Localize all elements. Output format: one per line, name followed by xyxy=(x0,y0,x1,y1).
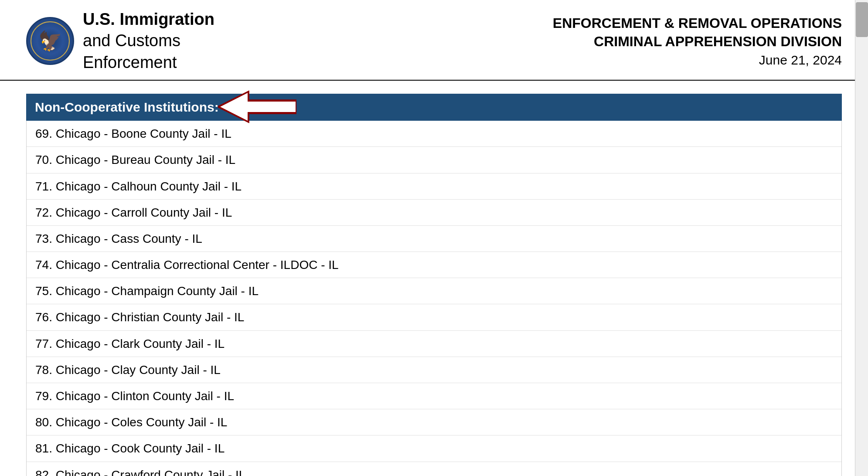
item-number: 73. xyxy=(35,232,52,245)
item-text: Chicago - Crawford County Jail - IL xyxy=(56,468,246,476)
header-title-line1: ENFORCEMENT & REMOVAL OPERATIONS xyxy=(553,14,842,33)
item-text: Chicago - Carroll County Jail - IL xyxy=(56,206,232,219)
list-item: 82. Chicago - Crawford County Jail - IL xyxy=(27,462,841,476)
section-header-bar: Non-Cooperative Institutions: xyxy=(26,94,842,121)
item-number: 72. xyxy=(35,206,52,219)
list-item: 76. Chicago - Christian County Jail - IL xyxy=(27,304,841,330)
page-container: 🦅 U.S. Immigration and Customs Enforceme… xyxy=(0,0,868,476)
item-number: 76. xyxy=(35,310,52,324)
agency-name-line1: U.S. Immigration xyxy=(83,10,214,28)
agency-seal: 🦅 xyxy=(26,17,74,65)
item-text: Chicago - Bureau County Jail - IL xyxy=(56,153,235,167)
item-text: Chicago - Coles County Jail - IL xyxy=(56,415,228,429)
scrollbar-track[interactable] xyxy=(855,0,868,476)
list-item: 81. Chicago - Cook County Jail - IL xyxy=(27,435,841,462)
seal-inner: 🦅 xyxy=(31,21,70,61)
list-item: 78. Chicago - Clay County Jail - IL xyxy=(27,357,841,383)
item-number: 69. xyxy=(35,127,52,140)
item-text: Chicago - Clay County Jail - IL xyxy=(56,363,221,377)
list-item: 77. Chicago - Clark County Jail - IL xyxy=(27,331,841,357)
list-item: 73. Chicago - Cass County - IL xyxy=(27,226,841,252)
item-text: Chicago - Clinton County Jail - IL xyxy=(56,389,234,403)
item-text: Chicago - Calhoun County Jail - IL xyxy=(56,180,242,193)
item-text: Chicago - Cass County - IL xyxy=(56,232,202,245)
item-text: Chicago - Champaign County Jail - IL xyxy=(56,284,259,298)
main-content: Non-Cooperative Institutions: 69. Chicag… xyxy=(0,81,868,476)
header: 🦅 U.S. Immigration and Customs Enforceme… xyxy=(0,0,868,81)
section-header-wrapper: Non-Cooperative Institutions: xyxy=(26,94,842,121)
header-date: June 21, 2024 xyxy=(553,53,842,68)
item-number: 80. xyxy=(35,415,52,429)
item-number: 77. xyxy=(35,337,52,350)
agency-name-line2: and Customs xyxy=(83,31,180,50)
header-arrow-annotation xyxy=(218,89,296,124)
list-item: 72. Chicago - Carroll County Jail - IL xyxy=(27,200,841,226)
list-item: 75. Chicago - Champaign County Jail - IL xyxy=(27,278,841,304)
item-number: 71. xyxy=(35,180,52,193)
item-number: 81. xyxy=(35,442,52,455)
institutions-list: 69. Chicago - Boone County Jail - IL 70.… xyxy=(26,121,842,476)
list-item: 79. Chicago - Clinton County Jail - IL xyxy=(27,383,841,409)
list-item: 74. Chicago - Centralia Correctional Cen… xyxy=(27,252,841,278)
item-text: Chicago - Christian County Jail - IL xyxy=(56,310,245,324)
list-item: 70. Chicago - Bureau County Jail - IL xyxy=(27,147,841,173)
agency-name-line3: Enforcement xyxy=(83,53,177,71)
scrollbar-thumb[interactable] xyxy=(856,2,868,37)
item-number: 74. xyxy=(35,258,52,272)
svg-marker-3 xyxy=(221,95,294,119)
item-number: 82. xyxy=(35,468,52,476)
header-left: 🦅 U.S. Immigration and Customs Enforceme… xyxy=(26,9,214,73)
list-item: 80. Chicago - Coles County Jail - IL xyxy=(27,409,841,435)
item-text: Chicago - Boone County Jail - IL xyxy=(56,127,231,140)
item-number: 78. xyxy=(35,363,52,377)
item-text: Chicago - Centralia Correctional Center … xyxy=(56,258,339,272)
item-text: Chicago - Cook County Jail - IL xyxy=(56,442,225,455)
section-header-text: Non-Cooperative Institutions: xyxy=(35,100,219,115)
header-right: ENFORCEMENT & REMOVAL OPERATIONS CRIMINA… xyxy=(553,14,842,67)
list-item: 69. Chicago - Boone County Jail - IL xyxy=(27,121,841,147)
header-title-line2: CRIMINAL APPREHENSION DIVISION xyxy=(553,33,842,51)
item-number: 75. xyxy=(35,284,52,298)
item-text: Chicago - Clark County Jail - IL xyxy=(56,337,225,350)
item-number: 79. xyxy=(35,389,52,403)
agency-name: U.S. Immigration and Customs Enforcement xyxy=(83,9,214,73)
list-item: 71. Chicago - Calhoun County Jail - IL xyxy=(27,173,841,200)
item-number: 70. xyxy=(35,153,52,167)
